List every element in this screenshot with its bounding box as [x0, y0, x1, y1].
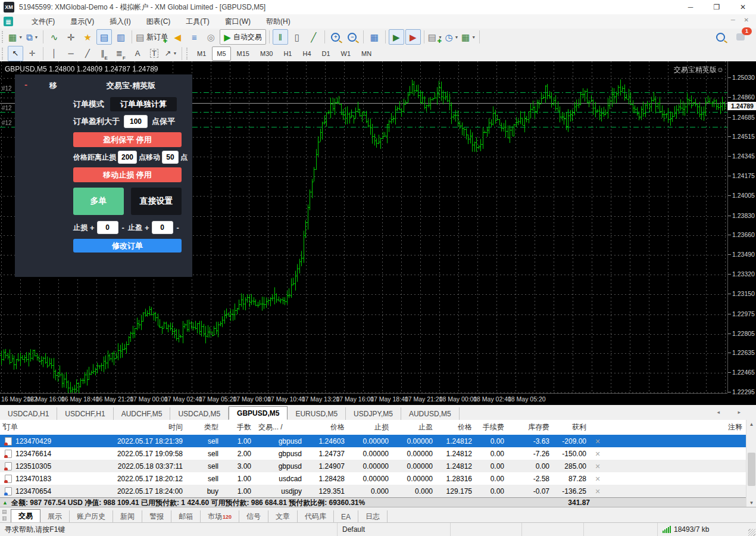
column-header-id[interactable]: 订单 [0, 422, 79, 432]
order-row[interactable]: 1234766142022.05.17 19:09:58sell2.00gbpu… [0, 447, 756, 460]
megaphone-icon[interactable]: ◀ [170, 29, 185, 45]
column-header-swap[interactable]: 库存费 [508, 422, 553, 432]
order-mode-button[interactable]: 订单单独计算 [110, 97, 177, 111]
terminal-tab-账户历史[interactable]: 账户历史 [70, 510, 113, 523]
menu-item-6[interactable]: 窗口(W) [217, 14, 258, 29]
chart-tab-USDCHF-H1[interactable]: USDCHF,H1 [57, 407, 113, 420]
timeframe-H1[interactable]: H1 [279, 46, 296, 61]
text-icon[interactable]: A [130, 46, 145, 61]
close-order-icon[interactable]: ✕ [595, 475, 600, 482]
bar-chart-icon[interactable]: ‖ [273, 29, 288, 45]
timeframe-M1[interactable]: M1 [192, 46, 211, 61]
timeframe-M30[interactable]: M30 [255, 46, 277, 61]
cursor-icon[interactable]: ↖ [8, 46, 23, 61]
panel-minimize-button[interactable]: - [24, 79, 27, 89]
chart-shift-icon[interactable]: ▶ [405, 29, 421, 45]
menu-item-1[interactable]: 文件(F) [24, 14, 63, 29]
data-window-icon[interactable]: ▥ [113, 29, 129, 45]
terminal-tab-市场[interactable]: 市场120 [201, 510, 239, 523]
modify-order-button[interactable]: 修改订单 [73, 239, 182, 253]
menu-item-7[interactable]: 帮助(H) [258, 14, 298, 29]
crosshair-tool-icon[interactable]: ✛ [24, 46, 40, 61]
search-icon[interactable] [713, 29, 728, 45]
favorites-icon[interactable]: ★ [80, 29, 95, 45]
price-axis[interactable]: 1.250301.248601.246851.245151.243451.241… [727, 61, 756, 393]
chart-tab-EURUSD-M5[interactable]: EURUSD,M5 [288, 407, 346, 420]
chart-tabs-scroll-arrows[interactable]: ◂ ▸ [717, 409, 749, 415]
trail-distance-input[interactable] [118, 151, 137, 164]
timeframe-MN[interactable]: MN [357, 46, 376, 61]
profiles-icon[interactable]: ⧉▼ [24, 29, 40, 45]
column-header-sl[interactable]: 止损 [348, 422, 392, 432]
arrows-icon-caret[interactable]: ▼ [173, 51, 177, 55]
menu-item-5[interactable]: 工具(T) [178, 14, 217, 29]
chart-tab-USDCAD-M5[interactable]: USDCAD,M5 [170, 407, 229, 420]
panel-move-button[interactable]: 移 [49, 80, 57, 91]
column-header-symbol[interactable]: 交易... / [255, 422, 305, 432]
trailing-stop-toggle-button[interactable]: 移动止损 停用 [73, 167, 182, 182]
direct-set-button[interactable]: 直接设置 [131, 188, 182, 215]
close-order-icon[interactable]: ✕ [595, 450, 600, 457]
timeframe-H4[interactable]: H4 [298, 46, 315, 61]
periods-icon[interactable]: ◷▼ [444, 29, 460, 45]
timeframe-W1[interactable]: W1 [336, 46, 356, 61]
chart-tab-AUDUSD-M5[interactable]: AUDUSD,M5 [401, 407, 460, 420]
line-chart-icon[interactable]: ╱ [306, 29, 321, 45]
zoom-out-icon[interactable]: − [345, 29, 360, 45]
column-header-price[interactable]: 价格 [305, 422, 348, 432]
menu-item-2[interactable]: 显示(V) [63, 14, 102, 29]
buy-orders-button[interactable]: 多单 [73, 188, 124, 215]
window-minimize-button[interactable]: ─ [677, 0, 704, 14]
indicators-icon[interactable]: ▤✚▼ [427, 29, 443, 45]
terminal-tab-警报[interactable]: 警报 [142, 510, 171, 523]
crosshair-icon[interactable]: ✛ [63, 29, 79, 45]
tp-plus[interactable]: + [145, 223, 149, 232]
menu-item-3[interactable]: 插入(I) [102, 14, 138, 29]
scroll-up-icon[interactable]: ▲ [746, 420, 756, 428]
terminal-tab-EA[interactable]: EA [334, 510, 358, 523]
chart-area[interactable]: GBPUSD,M5 1.24800 1.24809 1.24787 1.2478… [0, 61, 756, 405]
label-icon[interactable]: T [146, 46, 162, 61]
candlestick-icon[interactable]: ▯ [289, 29, 305, 45]
tp-minus[interactable]: - [177, 223, 179, 232]
toolbar-grip[interactable] [2, 48, 5, 60]
depth-of-market-icon[interactable]: ≡ [186, 29, 202, 45]
auto-scroll-icon[interactable]: ▶ [389, 29, 404, 45]
terminal-tab-代码库[interactable]: 代码库 [298, 510, 334, 523]
profit-threshold-input[interactable] [124, 115, 148, 128]
new-chart-icon-caret[interactable]: ▼ [18, 35, 23, 39]
chart-tab-USDJPY-M5[interactable]: USDJPY,M5 [346, 407, 401, 420]
sl-minus[interactable]: - [122, 223, 124, 232]
column-header-comment[interactable]: 注释 [605, 422, 746, 432]
templates-icon-caret[interactable]: ▼ [471, 35, 476, 39]
column-header-type[interactable]: 类型 [186, 422, 222, 432]
new-chart-icon[interactable]: ▦▼ [8, 29, 23, 45]
order-row[interactable]: 1234704292022.05.17 18:21:39sell1.00gbpu… [0, 435, 756, 447]
vertical-line-icon[interactable]: │ [46, 46, 62, 61]
window-maximize-button[interactable]: ❐ [704, 0, 730, 14]
close-order-icon[interactable]: ✕ [595, 488, 600, 495]
order-row[interactable]: 1235103052022.05.18 03:37:11sell3.00gbpu… [0, 460, 756, 472]
arrows-icon[interactable]: ↗▼ [163, 46, 179, 61]
time-axis[interactable]: 16 May 202216 May 16:0016 May 18:4016 Ma… [0, 393, 727, 406]
toolbar-grip[interactable] [186, 48, 189, 60]
close-order-icon[interactable]: ✕ [595, 438, 600, 445]
timeframe-M15[interactable]: M15 [232, 46, 254, 61]
toolbar-grip[interactable] [2, 31, 5, 43]
timeframe-D1[interactable]: D1 [317, 46, 335, 61]
order-row[interactable]: 1234706542022.05.17 18:24:00buy1.00usdjp… [0, 485, 756, 497]
trendline-icon[interactable]: ╱ [80, 46, 95, 61]
terminal-close-icon[interactable]: ✕ [2, 422, 7, 428]
chart-tab-USDCAD-H1[interactable]: USDCAD,H1 [0, 407, 57, 420]
fibonacci-icon[interactable]: ≣F [113, 46, 129, 61]
order-row[interactable]: 1234701832022.05.17 18:20:12sell1.00usdc… [0, 472, 756, 485]
terminal-tab-日志[interactable]: 日志 [358, 510, 388, 523]
autotrading-button[interactable]: ▶自动交易 [220, 29, 266, 45]
timeframe-M5[interactable]: M5 [212, 46, 230, 61]
sl-input[interactable] [97, 221, 118, 234]
community-icon[interactable]: ◎ [203, 29, 218, 45]
notifications-icon[interactable]: 1 [733, 29, 748, 45]
terminal-tab-新闻[interactable]: 新闻 [113, 510, 142, 523]
close-order-icon[interactable]: ✕ [595, 463, 600, 470]
status-profile-cell[interactable]: Default [338, 523, 451, 536]
